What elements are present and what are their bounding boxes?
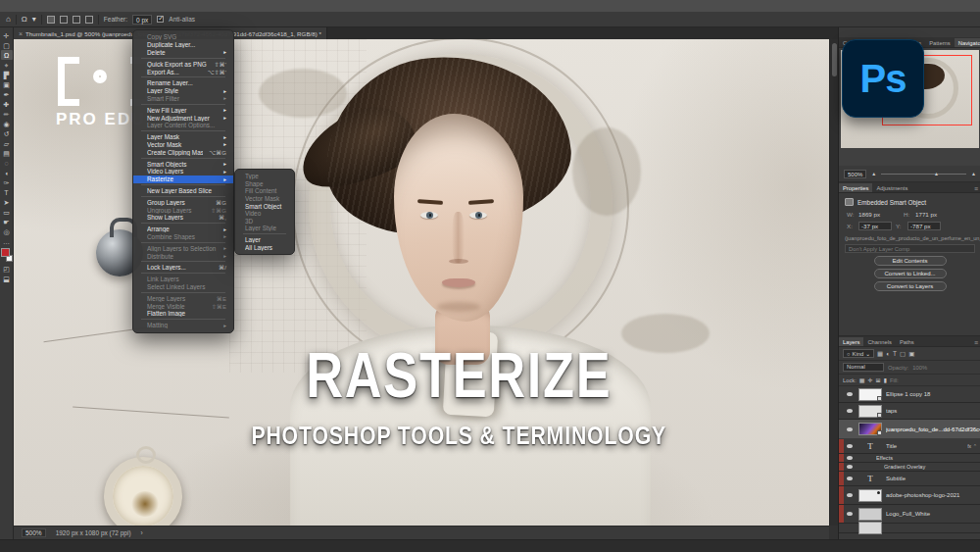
navigator-zoom-slider[interactable]: ▲	[881, 174, 966, 175]
canvas-vertical-scrollbar[interactable]	[829, 39, 838, 526]
feather-input[interactable]: 0 px	[132, 15, 152, 25]
layer-thumbnail[interactable]	[858, 388, 882, 401]
menu-item-rasterize[interactable]: Rasterize▸	[133, 176, 233, 183]
layer-row-juanproedu-foto-de-dd-67d2df36c418-1[interactable]: juanproedu_foto_de...dd-67d2df36c418_1	[839, 420, 980, 439]
history-brush-tool[interactable]: ↺	[1, 128, 13, 138]
menu-item-new-layer-based-slice[interactable]: New Layer Based Slice	[133, 187, 233, 195]
tab-patterns[interactable]: Patterns	[925, 38, 955, 47]
menu-item-rename-layer[interactable]: Rename Layer...	[133, 79, 233, 87]
lasso-tool[interactable]: Ω	[1, 50, 13, 60]
crop-tool[interactable]: ▛	[1, 70, 13, 79]
layer-visibility-toggle[interactable]	[844, 493, 855, 497]
menu-item-layer-style[interactable]: Layer Style▸	[133, 87, 233, 95]
layer-row-gradient-overlay[interactable]: Gradient Overlay	[839, 463, 980, 472]
layer-visibility-toggle[interactable]	[844, 444, 855, 448]
menu-item-smart-object[interactable]: Smart Object	[235, 202, 294, 210]
tab-adjustments[interactable]: Adjustments	[872, 183, 911, 192]
zoom-out-icon[interactable]: ▲	[871, 171, 876, 176]
filter-shape-icon[interactable]: ▢	[900, 350, 906, 358]
blur-tool[interactable]: ◌	[1, 158, 13, 168]
path-select-tool[interactable]: ➤	[1, 197, 13, 207]
zoom-tool[interactable]: ◎	[1, 226, 13, 236]
layer-visibility-toggle[interactable]	[844, 392, 855, 396]
lock-position-icon[interactable]: ⊞	[876, 376, 881, 383]
marquee-tool[interactable]: ▢	[1, 40, 13, 50]
zoom-slider-thumb[interactable]: ▲	[934, 171, 939, 176]
zoom-in-icon[interactable]: ▲	[971, 171, 976, 176]
layer-visibility-toggle[interactable]	[844, 477, 855, 480]
kind-filter-select[interactable]: ○ Kind ⌄	[843, 349, 874, 358]
layer-visibility-toggle[interactable]	[844, 456, 855, 460]
layer-row-taps[interactable]: taps	[839, 403, 980, 420]
layer-visibility-toggle[interactable]	[844, 465, 855, 469]
layer-thumbnail[interactable]	[858, 508, 882, 521]
color-swatches[interactable]	[1, 248, 13, 262]
convert-to-linked-button[interactable]: Convert to Linked...	[874, 269, 947, 278]
selection-intersect-icon[interactable]	[85, 16, 93, 24]
lock-transparency-icon[interactable]: ▦	[859, 376, 865, 383]
healing-brush-tool[interactable]: ✚	[1, 99, 13, 109]
layer-row-effects[interactable]: Effects	[839, 454, 980, 463]
x-input[interactable]: -37 px	[858, 222, 892, 230]
layer-thumbnail[interactable]	[858, 522, 882, 534]
gradient-tool[interactable]: ▤	[1, 148, 13, 158]
home-icon[interactable]: ⌂	[6, 16, 11, 24]
layer-visibility-toggle[interactable]	[844, 427, 855, 431]
layer-visibility-toggle[interactable]	[844, 512, 855, 516]
menu-item-layer-mask[interactable]: Layer Mask▸	[133, 133, 233, 141]
menu-item-group-layers[interactable]: Group Layers⌘G	[133, 198, 233, 206]
hand-tool[interactable]: ☛	[1, 217, 13, 226]
filter-smart-object-icon[interactable]: ▣	[908, 350, 914, 358]
brush-tool[interactable]: ✏	[1, 109, 13, 119]
blend-mode-select[interactable]: Normal	[843, 363, 884, 372]
menu-item-new-adjustment-layer[interactable]: New Adjustment Layer▸	[133, 114, 233, 122]
foreground-color-swatch[interactable]	[1, 248, 10, 257]
menu-item-all-layers[interactable]: All Layers	[235, 243, 294, 251]
chevron-down-icon[interactable]: ▾	[32, 16, 36, 24]
menu-item-quick-export-as-png[interactable]: Quick Export as PNG⇧⌘'	[133, 60, 233, 68]
menu-item-delete[interactable]: Delete▸	[133, 49, 233, 57]
layer-row-title[interactable]: TTitlefx ⌃	[839, 439, 980, 454]
screen-mode[interactable]: ⬓	[1, 274, 13, 283]
selection-subtract-icon[interactable]	[73, 16, 80, 24]
layer-visibility-toggle[interactable]	[844, 409, 855, 413]
menu-item-duplicate-layer[interactable]: Duplicate Layer...	[133, 41, 233, 49]
type-tool[interactable]: T	[1, 187, 13, 197]
eraser-tool[interactable]: ▱	[1, 138, 13, 148]
menu-item-new-fill-layer[interactable]: New Fill Layer▸	[133, 106, 233, 114]
status-chevron-icon[interactable]: ›	[141, 529, 143, 536]
filter-pixel-icon[interactable]: ▦	[877, 350, 883, 358]
filter-adjustment-icon[interactable]: ◐	[886, 350, 890, 358]
quick-mask-mode[interactable]: ◰	[1, 264, 13, 274]
menu-item-arrange[interactable]: Arrange▸	[133, 226, 233, 233]
panel-menu-icon[interactable]: ≡	[971, 185, 980, 192]
filter-type-icon[interactable]: T	[893, 350, 897, 358]
menu-item-lock-layers[interactable]: Lock Layers...⌘/	[133, 264, 233, 272]
menu-item-show-layers[interactable]: Show Layers⌘,	[133, 214, 233, 222]
lock-pixels-icon[interactable]: ✛	[868, 376, 873, 383]
tab-navigator[interactable]: Navigator	[955, 38, 980, 47]
layer-row-adobe-photoshop-logo-2021[interactable]: adobe-photoshop-logo-2021	[839, 486, 980, 505]
menu-item-vector-mask[interactable]: Vector Mask▸	[133, 141, 233, 149]
close-tab-icon[interactable]: ×	[19, 30, 23, 37]
menu-item-smart-objects[interactable]: Smart Objects▸	[133, 160, 233, 168]
pen-tool[interactable]: ✑	[1, 177, 13, 187]
panel-menu-icon[interactable]: ≡	[971, 339, 980, 346]
quick-selection-tool[interactable]: ⌖	[1, 60, 13, 70]
scrollbar-thumb[interactable]	[832, 43, 837, 76]
tab-channels[interactable]: Channels	[863, 337, 896, 346]
menu-item-export-as[interactable]: Export As...⌥⇧⌘'	[133, 68, 233, 75]
eyedropper-tool[interactable]: ✒	[1, 89, 13, 99]
tab-layers[interactable]: Layers	[839, 337, 863, 346]
selection-add-icon[interactable]	[60, 16, 68, 24]
layer-fx-badge[interactable]: fx ⌃	[967, 443, 980, 449]
frame-tool[interactable]: ▣	[1, 79, 13, 89]
clone-stamp-tool[interactable]: ◉	[1, 119, 13, 128]
convert-to-layers-button[interactable]: Convert to Layers	[874, 281, 947, 291]
dodge-tool[interactable]: ◖	[1, 168, 13, 177]
layer-comp-select[interactable]: Don't Apply Layer Comp	[845, 244, 975, 253]
move-tool[interactable]: ✛	[1, 30, 13, 40]
edit-contents-button[interactable]: Edit Contents	[874, 256, 947, 266]
tab-paths[interactable]: Paths	[896, 337, 918, 346]
y-input[interactable]: -787 px	[907, 222, 941, 230]
